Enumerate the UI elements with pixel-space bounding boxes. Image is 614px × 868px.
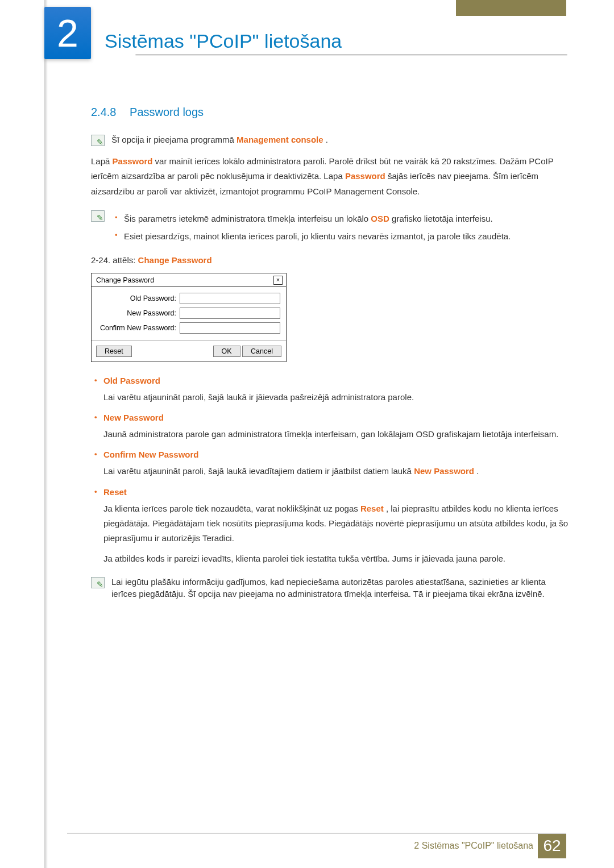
item-title: Confirm New Password [91,450,199,459]
warn-a: Šis parametrs ietekmē administratora tīm… [124,214,371,223]
page-content: 2.4.8 Password logs Šī opcija ir pieejam… [91,106,569,608]
change-password-dialog: Change Password × Old Password: New Pass… [91,273,287,362]
reset-button[interactable]: Reset [96,346,132,357]
desc-a: Lai varētu atjaunināt paroli, šajā laukā… [103,466,414,476]
desc-b: . [476,466,479,476]
left-accent [44,0,50,868]
note-contact-supplier: Lai iegūtu plašāku informāciju gadījumos… [91,576,569,601]
warning-item: Šis parametrs ietekmē administratora tīm… [111,211,569,226]
section-number: 2.4.8 [91,106,116,118]
note-body: Šī opcija ir pieejama programmā Manageme… [111,134,569,146]
chapter-number-box: 2 [44,7,91,59]
section-heading: 2.4.8 Password logs [91,106,569,119]
desc-a: Jaunā administratora parole gan administ… [103,429,558,439]
dialog-row-confirm: Confirm New Password: [97,322,280,334]
warning-list: Šis parametrs ietekmē administratora tīm… [111,211,569,244]
desc-a: Ja klienta ierīces parole tiek nozaudēta… [103,504,360,513]
main-paragraph: Lapā Password var mainīt ierīces lokālo … [91,154,569,199]
note-text-prefix: Šī opcija ir pieejama programmā [111,135,237,144]
figure-name: Change Password [138,255,212,265]
cancel-button[interactable]: Cancel [242,346,281,357]
desc-c: Ja atbildes kods ir pareizi ievadīts, kl… [103,551,569,566]
warning-item: Esiet piesardzīgs, mainot klienta ierīce… [111,229,569,244]
note-warnings: Šis parametrs ietekmē administratora tīm… [91,209,569,247]
item-confirm-password: Confirm New Password Lai varētu atjaunin… [91,450,569,479]
osd-term: OSD [371,214,389,223]
fig-label-a: 2-24. attēls: [91,255,138,265]
note-management-console: Šī opcija ir pieejama programmā Manageme… [91,134,569,146]
figure-caption: 2-24. attēls: Change Password [91,255,569,265]
item-desc: Lai varētu atjaunināt paroli, šajā laukā… [91,390,569,405]
confirm-password-label: Confirm New Password: [97,324,180,332]
item-title: Old Password [91,376,160,385]
note-body: Lai iegūtu plašāku informāciju gadījumos… [111,576,569,601]
reset-term: Reset [360,504,384,513]
page-number-badge: 62 [538,833,566,858]
new-password-term: New Password [414,466,474,476]
desc-a: Lai varētu atjaunināt paroli, šajā laukā… [103,392,414,402]
chapter-underline [135,54,567,56]
note-icon [91,135,105,146]
note-icon [91,210,105,222]
note-body: Šis parametrs ietekmē administratora tīm… [111,209,569,247]
new-password-input[interactable] [180,308,280,319]
close-icon[interactable]: × [273,276,283,285]
note-text-suffix: . [326,135,328,144]
item-desc: Ja klienta ierīces parole tiek nozaudēta… [91,501,569,567]
item-title: New Password [91,413,164,422]
confirm-password-input[interactable] [180,322,280,334]
chapter-header: 2 Sistēmas "PCoIP" lietošana [44,7,567,59]
old-password-input[interactable] [180,293,280,304]
item-desc: Lai varētu atjaunināt paroli, šajā laukā… [91,464,569,479]
dialog-row-old: Old Password: [97,293,280,304]
new-password-label: New Password: [97,309,180,317]
dialog-row-new: New Password: [97,308,280,319]
footer-line [67,833,566,834]
old-password-label: Old Password: [97,294,180,302]
dialog-buttons: Reset OK Cancel [92,341,286,362]
item-reset: Reset Ja klienta ierīces parole tiek noz… [91,487,569,567]
dialog-body: Old Password: New Password: Confirm New … [92,287,286,341]
field-descriptions: Old Password Lai varētu atjaunināt parol… [91,376,569,567]
section-title: Password logs [130,106,204,118]
warn-b: grafisko lietotāja interfeisu. [392,214,493,223]
chapter-number: 2 [57,11,78,55]
password-term-2: Password [345,171,385,181]
footer-text: 2 Sistēmas "PCoIP" lietošana [414,841,533,851]
warn-text: Esiet piesardzīgs, mainot klienta ierīce… [124,231,511,241]
page-footer: 2 Sistēmas "PCoIP" lietošana 62 [44,835,566,857]
item-new-password: New Password Jaunā administratora parole… [91,413,569,442]
dialog-titlebar: Change Password × [92,273,286,287]
item-title: Reset [91,487,127,497]
item-desc: Jaunā administratora parole gan administ… [91,427,569,442]
dialog-title: Change Password [96,276,154,284]
management-console-term: Management console [237,135,323,144]
ok-button[interactable]: OK [213,346,240,357]
p-a: Lapā [91,156,113,166]
item-old-password: Old Password Lai varētu atjaunināt parol… [91,376,569,405]
password-term: Password [113,156,153,166]
page-number: 62 [543,837,561,855]
note-icon [91,577,105,588]
